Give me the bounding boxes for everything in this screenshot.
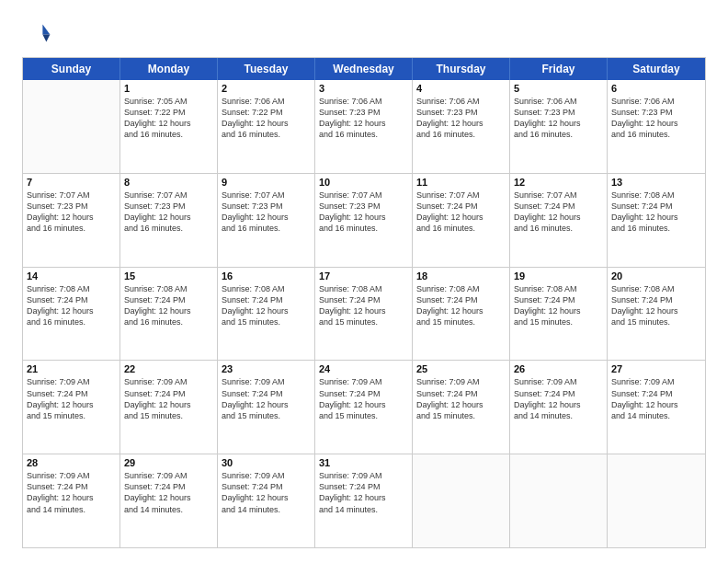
day-number: 30 bbox=[222, 457, 311, 468]
cell-info-line: Daylight: 12 hours bbox=[222, 305, 311, 316]
day-number: 21 bbox=[27, 363, 116, 374]
cell-info-line: Sunrise: 7:06 AM bbox=[416, 96, 506, 107]
cell-info-line: Sunset: 7:23 PM bbox=[416, 107, 506, 118]
day-number: 29 bbox=[124, 457, 213, 468]
calendar-cell: 25Sunrise: 7:09 AMSunset: 7:24 PMDayligh… bbox=[413, 361, 510, 454]
logo-icon bbox=[22, 18, 51, 48]
cell-info-line: and 15 minutes. bbox=[124, 410, 213, 421]
day-number: 1 bbox=[124, 83, 213, 94]
cell-info-line: Sunset: 7:24 PM bbox=[416, 201, 506, 212]
calendar-cell: 11Sunrise: 7:07 AMSunset: 7:24 PMDayligh… bbox=[413, 174, 510, 267]
cell-info-line: Sunset: 7:22 PM bbox=[222, 107, 311, 118]
day-number: 11 bbox=[416, 177, 506, 188]
cell-info-line: Sunset: 7:24 PM bbox=[222, 388, 311, 399]
calendar-cell bbox=[510, 454, 608, 547]
calendar-cell: 15Sunrise: 7:08 AMSunset: 7:24 PMDayligh… bbox=[120, 268, 218, 361]
cell-info-line: Sunrise: 7:09 AM bbox=[222, 470, 311, 481]
cell-info-line: Daylight: 12 hours bbox=[319, 399, 408, 410]
day-number: 23 bbox=[222, 363, 311, 374]
cell-info-line: Daylight: 12 hours bbox=[514, 399, 603, 410]
cell-info-line: Sunrise: 7:09 AM bbox=[124, 376, 213, 387]
day-number: 5 bbox=[514, 83, 603, 94]
calendar-cell: 16Sunrise: 7:08 AMSunset: 7:24 PMDayligh… bbox=[218, 268, 315, 361]
cell-info-line: Daylight: 12 hours bbox=[222, 399, 311, 410]
cell-info-line: Sunrise: 7:07 AM bbox=[416, 190, 506, 201]
cell-info-line: Sunset: 7:24 PM bbox=[27, 294, 116, 305]
cell-info-line: Sunset: 7:24 PM bbox=[27, 481, 116, 492]
cell-info-line: Daylight: 12 hours bbox=[416, 399, 506, 410]
day-number: 25 bbox=[416, 363, 506, 374]
cell-info-line: and 14 minutes. bbox=[222, 504, 311, 515]
cell-info-line: Sunset: 7:24 PM bbox=[124, 481, 213, 492]
cell-info-line: Sunrise: 7:08 AM bbox=[27, 283, 116, 294]
cell-info-line: and 15 minutes. bbox=[319, 316, 408, 327]
calendar-cell: 22Sunrise: 7:09 AMSunset: 7:24 PMDayligh… bbox=[120, 361, 218, 454]
cell-info-line: Sunrise: 7:09 AM bbox=[416, 376, 506, 387]
cell-info-line: Sunrise: 7:06 AM bbox=[514, 96, 603, 107]
cell-info-line: Sunrise: 7:07 AM bbox=[124, 190, 213, 201]
cell-info-line: Sunrise: 7:08 AM bbox=[611, 190, 701, 201]
day-number: 9 bbox=[222, 177, 311, 188]
cell-info-line: Sunset: 7:23 PM bbox=[124, 201, 213, 212]
day-number: 19 bbox=[514, 270, 603, 282]
calendar-cell: 3Sunrise: 7:06 AMSunset: 7:23 PMDaylight… bbox=[315, 80, 413, 173]
cell-info-line: Sunrise: 7:05 AM bbox=[124, 96, 213, 107]
calendar-cell: 10Sunrise: 7:07 AMSunset: 7:23 PMDayligh… bbox=[315, 174, 413, 267]
cell-info-line: and 15 minutes. bbox=[416, 410, 506, 421]
cell-info-line: and 15 minutes. bbox=[222, 410, 311, 421]
calendar-cell: 19Sunrise: 7:08 AMSunset: 7:24 PMDayligh… bbox=[510, 268, 608, 361]
cell-info-line: Sunset: 7:24 PM bbox=[514, 388, 603, 399]
cell-info-line: Sunset: 7:23 PM bbox=[611, 107, 701, 118]
calendar-week-4: 28Sunrise: 7:09 AMSunset: 7:24 PMDayligh… bbox=[23, 454, 705, 547]
header bbox=[22, 18, 706, 48]
cell-info-line: Sunset: 7:24 PM bbox=[319, 388, 408, 399]
cell-info-line: Sunrise: 7:09 AM bbox=[319, 470, 408, 481]
calendar-cell: 1Sunrise: 7:05 AMSunset: 7:22 PMDaylight… bbox=[120, 80, 218, 173]
calendar-cell: 28Sunrise: 7:09 AMSunset: 7:24 PMDayligh… bbox=[23, 454, 120, 547]
calendar-week-1: 7Sunrise: 7:07 AMSunset: 7:23 PMDaylight… bbox=[23, 173, 705, 267]
cell-info-line: Daylight: 12 hours bbox=[124, 399, 213, 410]
cell-info-line: and 16 minutes. bbox=[222, 129, 311, 140]
day-number: 28 bbox=[27, 457, 116, 468]
cell-info-line: Sunrise: 7:07 AM bbox=[319, 190, 408, 201]
cell-info-line: and 15 minutes. bbox=[27, 410, 116, 421]
cell-info-line: Daylight: 12 hours bbox=[319, 305, 408, 316]
calendar-cell: 13Sunrise: 7:08 AMSunset: 7:24 PMDayligh… bbox=[608, 174, 705, 267]
cell-info-line: Daylight: 12 hours bbox=[514, 118, 603, 129]
cell-info-line: Sunset: 7:23 PM bbox=[222, 201, 311, 212]
cell-info-line: Sunrise: 7:08 AM bbox=[514, 283, 603, 294]
cell-info-line: and 16 minutes. bbox=[27, 316, 116, 327]
cell-info-line: Sunset: 7:24 PM bbox=[514, 294, 603, 305]
weekday-header-thursday: Thursday bbox=[413, 58, 510, 80]
cell-info-line: Sunset: 7:24 PM bbox=[611, 294, 701, 305]
calendar-cell: 24Sunrise: 7:09 AMSunset: 7:24 PMDayligh… bbox=[315, 361, 413, 454]
cell-info-line: Daylight: 12 hours bbox=[514, 305, 603, 316]
cell-info-line: and 15 minutes. bbox=[319, 410, 408, 421]
cell-info-line: and 16 minutes. bbox=[514, 129, 603, 140]
cell-info-line: Daylight: 12 hours bbox=[222, 118, 311, 129]
cell-info-line: Daylight: 12 hours bbox=[27, 492, 116, 503]
cell-info-line: Daylight: 12 hours bbox=[124, 492, 213, 503]
cell-info-line: Sunset: 7:23 PM bbox=[319, 107, 408, 118]
cell-info-line: Daylight: 12 hours bbox=[222, 492, 311, 503]
svg-marker-1 bbox=[42, 35, 50, 42]
cell-info-line: Daylight: 12 hours bbox=[124, 118, 213, 129]
calendar-cell: 6Sunrise: 7:06 AMSunset: 7:23 PMDaylight… bbox=[608, 80, 705, 173]
cell-info-line: Sunset: 7:24 PM bbox=[319, 294, 408, 305]
calendar-week-2: 14Sunrise: 7:08 AMSunset: 7:24 PMDayligh… bbox=[23, 267, 705, 361]
weekday-header-sunday: Sunday bbox=[23, 58, 120, 80]
day-number: 31 bbox=[319, 457, 408, 468]
cell-info-line: Sunset: 7:24 PM bbox=[124, 388, 213, 399]
day-number: 26 bbox=[514, 363, 603, 374]
cell-info-line: Sunrise: 7:08 AM bbox=[124, 283, 213, 294]
cell-info-line: and 14 minutes. bbox=[319, 504, 408, 515]
cell-info-line: Sunrise: 7:09 AM bbox=[27, 470, 116, 481]
cell-info-line: and 14 minutes. bbox=[611, 410, 701, 421]
cell-info-line: and 15 minutes. bbox=[611, 316, 701, 327]
day-number: 10 bbox=[319, 177, 408, 188]
cell-info-line: and 16 minutes. bbox=[319, 129, 408, 140]
cell-info-line: Sunrise: 7:09 AM bbox=[611, 376, 701, 387]
cell-info-line: Daylight: 12 hours bbox=[27, 399, 116, 410]
day-number: 2 bbox=[222, 83, 311, 94]
cell-info-line: Daylight: 12 hours bbox=[27, 305, 116, 316]
